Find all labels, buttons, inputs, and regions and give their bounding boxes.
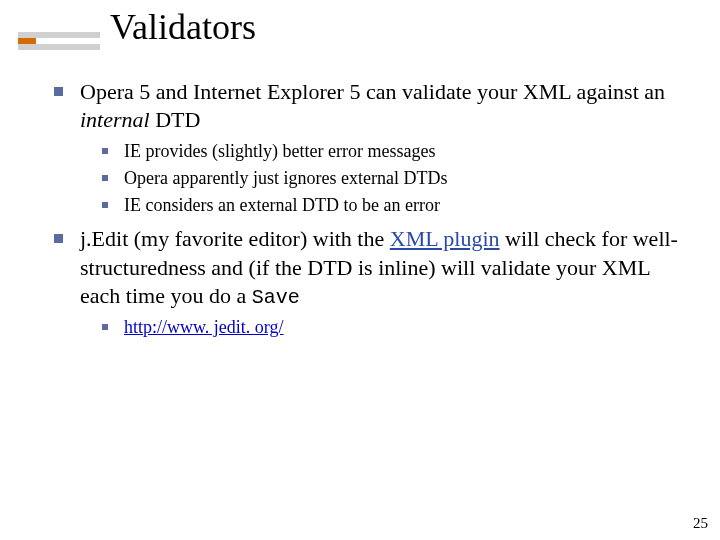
list-item: j.Edit (my favorite editor) with the XML…	[50, 225, 690, 339]
bullet-list: Opera 5 and Internet Explorer 5 can vali…	[50, 78, 690, 339]
text-code: Save	[252, 286, 300, 309]
list-item: Opera 5 and Internet Explorer 5 can vali…	[50, 78, 690, 217]
text-run: j.Edit (my favorite editor) with the	[80, 226, 390, 251]
slide-content: Opera 5 and Internet Explorer 5 can vali…	[50, 78, 690, 347]
list-item: Opera apparently just ignores external D…	[80, 167, 690, 190]
text-run: IE provides (slightly) better error mess…	[124, 141, 435, 161]
text-run: DTD	[150, 107, 201, 132]
title-decoration	[18, 32, 100, 50]
slide-title: Validators	[110, 6, 256, 48]
text-run: Opera 5 and Internet Explorer 5 can vali…	[80, 79, 665, 104]
page-number: 25	[693, 515, 708, 532]
text-emphasis: internal	[80, 107, 150, 132]
sub-bullet-list: http://www. jedit. org/	[80, 316, 690, 339]
list-item: IE considers an external DTD to be an er…	[80, 194, 690, 217]
list-item: http://www. jedit. org/	[80, 316, 690, 339]
decoration-bar	[18, 44, 100, 50]
slide: Validators Opera 5 and Internet Explorer…	[0, 0, 720, 540]
text-plugin-link: XML plugin	[390, 226, 500, 251]
list-item: IE provides (slightly) better error mess…	[80, 140, 690, 163]
text-run: IE considers an external DTD to be an er…	[124, 195, 440, 215]
hyperlink[interactable]: http://www. jedit. org/	[124, 317, 284, 337]
text-run: Opera apparently just ignores external D…	[124, 168, 447, 188]
sub-bullet-list: IE provides (slightly) better error mess…	[80, 140, 690, 217]
